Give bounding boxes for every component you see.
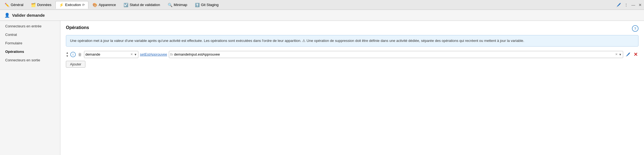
sidebar-item-connecteurs-sortie[interactable]: Connecteurs en sortie — [0, 56, 60, 64]
arrow-down-icon[interactable]: ▼ — [66, 54, 69, 58]
more-options-button[interactable]: ⋮ — [623, 2, 629, 8]
page-header: 👤 Valider demande — [0, 10, 644, 21]
page-title: Valider demande — [12, 13, 45, 18]
sidebar-item-formulaire[interactable]: Formulaire — [0, 39, 60, 47]
tab-minimap[interactable]: 🔍 Minimap — [164, 1, 191, 9]
statut-icon: ☑️ — [124, 3, 128, 7]
operation-row: ▲ ▼ i 🗑 ✕ ▼ setEstApprouvee fx ✕ — [66, 51, 639, 58]
expression-field[interactable]: fx ✕ ▼ — [169, 51, 623, 58]
tab-git-label: Git Staging — [201, 3, 219, 7]
tab-donnees[interactable]: 🗂️ Données — [27, 1, 55, 9]
expr-clear-button[interactable]: ✕ — [615, 53, 618, 56]
minimap-icon: 🔍 — [168, 3, 172, 7]
tab-execution[interactable]: ⚡ Exécution ⟳ — [55, 1, 88, 9]
expr-dropdown-button[interactable]: ▼ — [619, 53, 622, 56]
tab-apparence-label: Apparence — [99, 3, 116, 7]
help-button[interactable]: ? — [632, 25, 639, 32]
refresh-icon: ⟳ — [82, 3, 85, 7]
sidebar-item-contrat[interactable]: Contrat — [0, 30, 60, 39]
sidebar-item-operations[interactable]: Opérations — [0, 47, 60, 56]
tab-git[interactable]: ⬆️ Git Staging — [191, 1, 222, 9]
tab-statut[interactable]: ☑️ Statut de validation — [120, 1, 164, 9]
sidebar-item-connecteurs-entree[interactable]: Connecteurs en entrée — [0, 22, 60, 30]
expression-edit-button[interactable]: 🖊️ — [625, 52, 631, 57]
arrow-up-icon[interactable]: ▲ — [66, 51, 69, 54]
variable-field[interactable]: ✕ ▼ — [84, 51, 138, 58]
close-button[interactable]: ✕ — [637, 2, 643, 8]
tab-bar: ✏️ Général 🗂️ Données ⚡ Exécution ⟳ 🎨 Ap… — [0, 0, 644, 10]
content-header: Opérations ? — [66, 25, 639, 32]
operation-info-button[interactable]: i — [70, 52, 76, 57]
tab-general[interactable]: ✏️ Général — [1, 1, 27, 9]
toolbar-actions: 🖊️ ⋮ — ✕ — [615, 2, 643, 8]
user-icon: 👤 — [4, 13, 10, 18]
main-layout: Connecteurs en entrée Contrat Formulaire… — [0, 21, 644, 155]
git-icon: ⬆️ — [195, 3, 200, 7]
operation-remove-button[interactable]: ✕ — [633, 51, 639, 58]
minimize-button[interactable]: — — [630, 2, 636, 8]
info-box: Une opération met à jour la valeur d'une… — [66, 35, 639, 47]
general-icon: ✏️ — [5, 3, 9, 7]
order-arrows[interactable]: ▲ ▼ — [66, 51, 69, 58]
info-text: Une opération met à jour la valeur d'une… — [70, 39, 524, 43]
content-title: Opérations — [66, 25, 89, 30]
expression-input[interactable] — [174, 52, 614, 56]
remove-icon: ✕ — [634, 52, 638, 57]
new-window-button[interactable]: 🖊️ — [615, 2, 622, 8]
variable-input[interactable] — [85, 52, 129, 56]
apparence-icon: 🎨 — [93, 3, 97, 7]
variable-dropdown-button[interactable]: ▼ — [134, 53, 137, 56]
tab-donnees-label: Données — [37, 3, 51, 7]
operation-delete-button[interactable]: 🗑 — [77, 52, 82, 57]
execution-icon: ⚡ — [59, 3, 64, 7]
expr-prefix-icon: fx — [170, 52, 173, 56]
variable-clear-button[interactable]: ✕ — [130, 53, 133, 56]
sidebar: Connecteurs en entrée Contrat Formulaire… — [0, 21, 60, 155]
content-area: Opérations ? Une opération met à jour la… — [60, 21, 644, 155]
tab-apparence[interactable]: 🎨 Apparence — [89, 1, 119, 9]
tab-execution-label: Exécution — [65, 3, 81, 7]
trash-icon: 🗑 — [78, 52, 82, 57]
tab-general-label: Général — [11, 3, 23, 7]
donnees-icon: 🗂️ — [31, 3, 36, 7]
tab-minimap-label: Minimap — [174, 3, 187, 7]
edit-icon: 🖊️ — [626, 52, 630, 57]
add-operation-button[interactable]: Ajouter — [66, 61, 85, 68]
tab-statut-label: Statut de validation — [130, 3, 160, 7]
method-link[interactable]: setEstApprouvee — [140, 52, 167, 56]
